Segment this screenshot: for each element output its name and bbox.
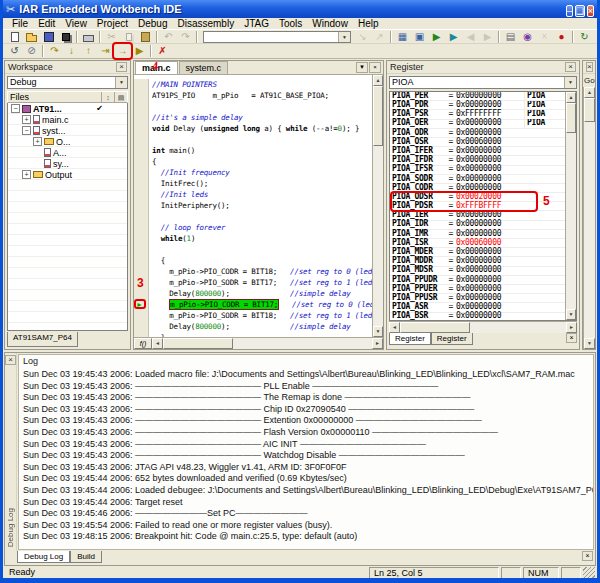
editor-gutter[interactable]: ►3	[134, 299, 149, 310]
scroll-left-icon[interactable]: ◄	[152, 338, 163, 349]
next-statement-button[interactable]: ⇥	[97, 44, 114, 58]
stop-debugging-button[interactable]: ✗	[154, 44, 171, 58]
editor-gutter[interactable]	[134, 233, 149, 244]
register-tab-0[interactable]: Register	[389, 333, 431, 345]
code-line[interactable]: int main()	[134, 145, 372, 156]
step-over-button[interactable]: ↷	[46, 44, 63, 58]
step-out-button[interactable]: ↑	[80, 44, 97, 58]
editor-tab-main-c[interactable]: main.c4	[135, 61, 178, 74]
step-into-button[interactable]: ↓	[63, 44, 80, 58]
files-tree[interactable]: −AT91...✔+main.c−syst...+O...A...sy...+O…	[7, 103, 128, 331]
code-line[interactable]: //Init leds	[134, 189, 372, 200]
compile-button[interactable]: ▣	[411, 30, 428, 44]
files-header[interactable]: Files ↕ ▤	[7, 91, 128, 103]
title-bar[interactable]: ✂ IAR Embedded Workbench IDE –❑×	[3, 0, 597, 18]
editor-vertical-scrollbar[interactable]: ▲ ▼	[372, 75, 383, 337]
log-tab-debug-log[interactable]: Debug Log	[17, 551, 70, 563]
save-button[interactable]	[40, 30, 57, 44]
code-line[interactable]: //it's a simple delay	[134, 112, 372, 123]
new-document-button[interactable]	[6, 30, 23, 44]
chevron-down-icon[interactable]: ▼	[338, 32, 350, 42]
menu-debug[interactable]: Debug	[133, 18, 172, 29]
find-combo[interactable]: ▼	[203, 31, 351, 43]
collapse-icon[interactable]: −	[11, 104, 20, 113]
editor-gutter[interactable]	[134, 156, 149, 167]
function-select-button[interactable]: f()	[134, 338, 152, 349]
tree-item-main-c[interactable]: +main.c	[8, 114, 127, 125]
workspace-project-tab[interactable]: AT91SAM7_P64	[7, 332, 78, 347]
log-content[interactable]: Log Sun Dec 03 19:45:43 2006: Loaded mac…	[18, 354, 594, 550]
break-button[interactable]: ⊘	[23, 44, 40, 58]
register-tab-1[interactable]: Register	[431, 333, 473, 345]
scroll-thumb[interactable]	[566, 103, 576, 133]
chevron-down-icon[interactable]: ▼	[564, 77, 576, 88]
register-horizontal-scrollbar[interactable]: ◄ ►	[389, 321, 577, 333]
code-line[interactable]: Delay(800000); //simple delay	[134, 321, 372, 332]
register-list[interactable]: PIOA_PER=0x00000000PIOAPIOA_PDR=0x000000…	[390, 92, 565, 320]
code-line[interactable]: {	[134, 255, 372, 266]
code-line[interactable]: m_pPio->PIO_SODR = BIT18; //set reg to 1…	[134, 310, 372, 321]
tree-item-o[interactable]: +O...	[8, 136, 127, 147]
sort-column-icon[interactable]: ↕	[101, 92, 114, 102]
chevron-down-icon[interactable]: ▼	[115, 77, 127, 88]
editor-gutter[interactable]	[134, 332, 149, 337]
menu-project[interactable]: Project	[92, 18, 133, 29]
editor-gutter[interactable]	[134, 112, 149, 123]
editor-gutter[interactable]	[134, 189, 149, 200]
code-line[interactable]: void Delay (unsigned long a) { while (--…	[134, 123, 372, 134]
go-debug-button[interactable]: ▶	[131, 44, 148, 58]
scroll-up-icon[interactable]: ▲	[566, 92, 576, 103]
code-line[interactable]: m_pPio->PIO_CODR = BIT18; //set reg to 0…	[134, 266, 372, 277]
document-list-icon[interactable]: ▼	[356, 62, 368, 73]
editor-gutter[interactable]	[134, 321, 149, 332]
editor-gutter[interactable]	[134, 145, 149, 156]
make-button[interactable]: ▦	[394, 30, 411, 44]
code-line[interactable]	[134, 134, 372, 145]
tree-item-a[interactable]: A...	[8, 147, 127, 158]
menu-edit[interactable]: Edit	[33, 18, 60, 29]
disassembly-scrollbar[interactable]: ▲ ▼	[583, 87, 595, 349]
code-line[interactable]: AT91PS_PIO m_pPio = AT91C_BASE_PIOA;	[134, 90, 372, 101]
expand-icon[interactable]: +	[33, 137, 42, 146]
register-group-select[interactable]: PIOA ▼	[389, 76, 577, 89]
tree-item-sy[interactable]: sy...	[8, 158, 127, 169]
code-line[interactable]: m_pPio->PIO_SODR = BIT17; //set reg to 1…	[134, 277, 372, 288]
close-button[interactable]: ×	[587, 5, 594, 17]
code-line[interactable]: // loop forever	[134, 222, 372, 233]
code-line[interactable]: Delay(800000); //simple delay	[134, 288, 372, 299]
editor-horizontal-scrollbar[interactable]: ◄ ►	[152, 338, 383, 349]
save-all-button[interactable]	[57, 30, 74, 44]
editor-gutter[interactable]	[134, 101, 149, 112]
new-group-button[interactable]: ▤	[502, 30, 519, 44]
code-line[interactable]	[134, 101, 372, 112]
scroll-thumb[interactable]	[163, 338, 233, 349]
open-file-button[interactable]	[23, 30, 40, 44]
resize-grip[interactable]	[583, 567, 595, 579]
tree-item-at91[interactable]: −AT91...✔	[8, 103, 127, 114]
expand-icon[interactable]: +	[22, 170, 31, 179]
breakpoint-button[interactable]: ●	[553, 30, 570, 44]
reset-button[interactable]: ↺	[6, 44, 23, 58]
editor-gutter[interactable]	[134, 222, 149, 233]
register-row-pioa-bsr[interactable]: PIOA_BSR=0x00000000	[390, 313, 565, 321]
editor-gutter[interactable]	[134, 310, 149, 321]
menu-file[interactable]: File	[7, 18, 33, 29]
scroll-thumb[interactable]	[373, 86, 383, 146]
scroll-down-icon[interactable]: ▼	[584, 338, 595, 349]
code-line[interactable]: InitPeriphery();	[134, 200, 372, 211]
scroll-up-icon[interactable]: ▲	[373, 75, 383, 86]
register-vertical-scrollbar[interactable]: ▲ ▼	[565, 92, 576, 320]
editor-gutter[interactable]	[134, 123, 149, 134]
menu-view[interactable]: View	[60, 18, 92, 29]
print-button[interactable]	[80, 30, 97, 44]
editor-gutter[interactable]	[134, 255, 149, 266]
maximize-button[interactable]: ❑	[575, 5, 585, 17]
download-and-debug-button[interactable]: ↻	[576, 30, 593, 44]
editor-gutter[interactable]	[134, 244, 149, 255]
scroll-down-icon[interactable]: ▼	[373, 326, 383, 337]
code-line[interactable]	[134, 211, 372, 222]
code-line[interactable]: {	[134, 156, 372, 167]
scroll-right-icon[interactable]: ►	[372, 338, 383, 349]
document-close-icon[interactable]: ×	[369, 62, 381, 73]
jtag-connection-button[interactable]: ◉	[519, 30, 536, 44]
